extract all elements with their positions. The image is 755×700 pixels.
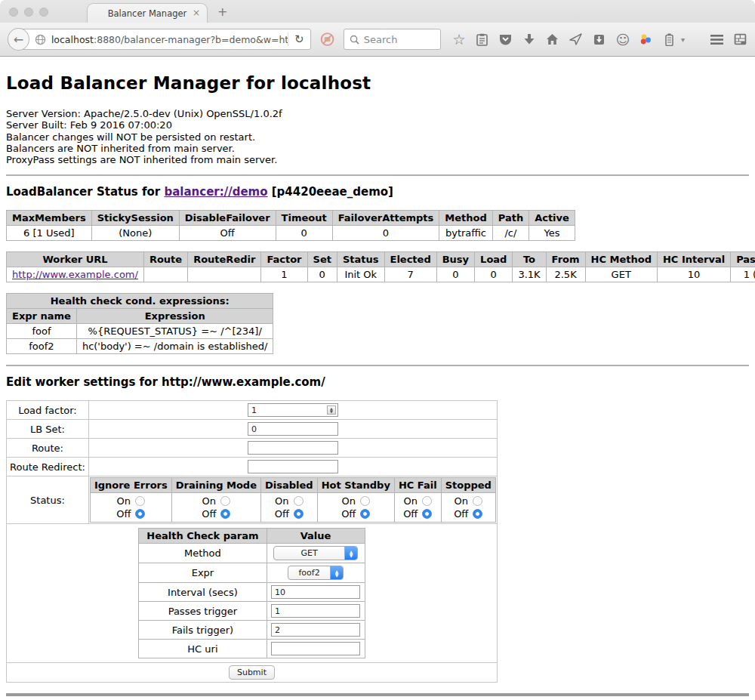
on-label: On xyxy=(275,495,288,507)
hc-uri-input[interactable] xyxy=(271,642,360,655)
disabled-off-radio[interactable] xyxy=(294,509,304,519)
downloads-icon[interactable] xyxy=(522,32,537,47)
submit-button[interactable]: Submit xyxy=(229,665,275,680)
proxypass-notice-line: ProxyPass settings are NOT inherited fro… xyxy=(6,154,749,165)
window-controls[interactable] xyxy=(9,8,48,17)
menu-hamburger-icon[interactable] xyxy=(709,32,724,47)
bookmark-star-icon[interactable]: ☆ xyxy=(451,32,467,47)
table-row: http://www.example.com/ 1 0 Init Ok 7 0 … xyxy=(7,267,755,282)
tab-close-icon[interactable]: × xyxy=(193,8,200,18)
status-row: Status: Ignore Errors Draining Mode Disa… xyxy=(7,476,498,524)
back-button[interactable]: ← xyxy=(8,28,29,51)
hot-standby-off-radio[interactable] xyxy=(360,509,370,519)
col-draining-mode: Draining Mode xyxy=(171,478,260,493)
search-icon xyxy=(350,35,359,45)
tile-grid-icon[interactable] xyxy=(732,32,747,47)
col-busy: Busy xyxy=(436,252,474,267)
route-input[interactable] xyxy=(248,441,338,455)
stopped-off-radio[interactable] xyxy=(473,509,482,519)
ignore-errors-off-radio[interactable] xyxy=(135,509,145,519)
spinner-stepper-icon[interactable]: ▲▼ xyxy=(327,406,336,415)
new-tab-button[interactable]: + xyxy=(217,5,227,19)
col-expression: Expression xyxy=(76,309,273,324)
cell-status: Init Ok xyxy=(337,267,384,282)
send-share-icon[interactable] xyxy=(569,32,584,47)
col-method: Method xyxy=(439,211,492,226)
hc-fails-row: Fails trigger) xyxy=(139,621,365,640)
hc-passes-input[interactable] xyxy=(271,604,360,618)
overflow-caret-icon[interactable]: ▾ xyxy=(681,35,685,44)
col-failoverattempts: FailoverAttempts xyxy=(332,211,439,226)
home-icon[interactable] xyxy=(545,32,560,47)
inherit-notice-line: Balancers are NOT inherited from main se… xyxy=(6,143,749,154)
divider xyxy=(6,365,749,366)
save-panel-icon[interactable] xyxy=(592,32,607,47)
battery-extension-icon[interactable] xyxy=(662,32,677,47)
health-check-params-row: Health Check param Value Method GET ▲▼ xyxy=(7,524,498,663)
stopped-on-radio[interactable] xyxy=(473,496,482,506)
hc-interval-row: Interval (secs) xyxy=(139,583,365,602)
hc-interval-input[interactable] xyxy=(271,585,360,599)
load-factor-row: Load factor: ▲▼ xyxy=(7,401,498,420)
tab-balancer-manager[interactable]: Balancer Manager × xyxy=(87,3,208,23)
lb-set-label: LB Set: xyxy=(7,420,89,439)
lb-set-input[interactable] xyxy=(248,422,338,436)
disabled-options: On Off xyxy=(260,493,317,523)
route-redirect-input[interactable] xyxy=(248,460,338,473)
cell-method: bytraffic xyxy=(439,226,492,241)
status-label: Status: xyxy=(7,476,89,524)
hc-fails-input[interactable] xyxy=(271,623,360,637)
col-worker-url: Worker URL xyxy=(7,252,144,267)
col-stopped: Stopped xyxy=(441,478,495,493)
col-expr-name: Expr name xyxy=(7,309,77,324)
table-row: 6 [1 Used] (None) Off 0 0 bytraffic /c/ … xyxy=(7,226,575,241)
hc-fail-off-radio[interactable] xyxy=(422,509,432,519)
draining-mode-off-radio[interactable] xyxy=(220,509,230,519)
block-plugin-icon[interactable] xyxy=(320,32,334,47)
off-label: Off xyxy=(403,507,418,520)
hc-method-row: Method GET ▲▼ xyxy=(139,544,365,563)
smiley-feedback-icon[interactable]: ☺ xyxy=(615,32,630,47)
off-label: Off xyxy=(341,507,356,520)
col-hc-method: HC Method xyxy=(585,252,657,267)
search-input[interactable] xyxy=(364,34,432,45)
hc-expr-row: Expr foof2 ▲▼ xyxy=(139,563,365,583)
bottom-divider xyxy=(6,693,749,696)
load-factor-input[interactable] xyxy=(248,403,338,417)
col-disablefailover: DisableFailover xyxy=(179,211,276,226)
url-text[interactable]: localhost:8880/balancer-manager?b=demo&w… xyxy=(51,34,288,45)
col-hc-interval: HC Interval xyxy=(657,252,730,267)
pocket-icon[interactable] xyxy=(498,32,513,47)
col-route: Route xyxy=(143,252,187,267)
table-row: foof2 hc('body') =~ /domain is establish… xyxy=(7,339,273,354)
balancer-demo-link[interactable]: balancer://demo xyxy=(164,185,267,199)
col-set: Set xyxy=(307,252,337,267)
loadbalancer-status-heading: LoadBalancer Status for balancer://demo … xyxy=(6,185,749,199)
hc-expr-select[interactable]: foof2 ▲▼ xyxy=(288,566,344,580)
minimize-window-button[interactable] xyxy=(24,8,33,17)
colored-dots-extension-icon[interactable] xyxy=(639,32,654,47)
navigation-toolbar: ← localhost:8880/balancer-manager?b=demo… xyxy=(0,23,755,57)
draining-mode-on-radio[interactable] xyxy=(220,496,230,506)
hc-method-select[interactable]: GET ▲▼ xyxy=(273,546,358,560)
zoom-window-button[interactable] xyxy=(39,8,48,17)
worker-url-link[interactable]: http://www.example.com/ xyxy=(12,269,138,280)
search-box[interactable] xyxy=(344,29,441,50)
close-window-button[interactable] xyxy=(9,8,18,17)
health-check-params-table: Health Check param Value Method GET ▲▼ xyxy=(138,528,365,658)
reader-clipboard-icon[interactable] xyxy=(475,32,490,47)
col-status: Status xyxy=(337,252,384,267)
col-to: To xyxy=(513,252,546,267)
disabled-on-radio[interactable] xyxy=(294,496,304,506)
hc-fail-on-radio[interactable] xyxy=(422,496,432,506)
ignore-errors-on-radio[interactable] xyxy=(135,496,145,506)
col-active: Active xyxy=(529,211,575,226)
url-bar[interactable]: localhost:8880/balancer-manager?b=demo&w… xyxy=(20,29,311,50)
select-chevrons-icon: ▲▼ xyxy=(330,566,343,580)
server-version-line: Server Version: Apache/2.5.0-dev (Unix) … xyxy=(6,108,749,119)
hot-standby-on-radio[interactable] xyxy=(360,496,370,506)
cell-failoverattempts: 0 xyxy=(332,226,439,241)
reload-icon[interactable]: ↻ xyxy=(288,32,310,46)
globe-icon xyxy=(35,34,46,45)
health-check-expressions-table: Health check cond. expressions: Expr nam… xyxy=(6,293,273,354)
